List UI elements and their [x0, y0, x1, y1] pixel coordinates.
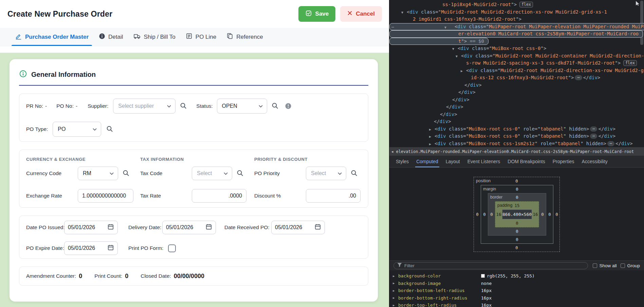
border-right-value[interactable]: 0 [539, 201, 546, 227]
currency-code-label: Currency Code [26, 170, 78, 176]
status-select[interactable]: OPEN [217, 99, 267, 114]
tab-accessibility[interactable]: Accessibility [578, 156, 611, 167]
tab-layout[interactable]: Layout [442, 156, 464, 167]
property-name: background-image [398, 281, 481, 286]
tax-code-search-button[interactable] [236, 169, 244, 178]
tree-node[interactable]: </div> [389, 89, 644, 96]
tree-node[interactable]: ⋯▼<div class="MuiPaper-root MuiPaper-ele… [389, 23, 644, 31]
po-type-select[interactable]: PO [53, 122, 101, 137]
po-type-search-button[interactable] [106, 125, 113, 134]
tree-node[interactable]: ss-1pi8xg4-MuiGrid2-root">flex [389, 1, 644, 8]
tree-node[interactable]: </div> [389, 118, 644, 125]
devtools-breadcrumb[interactable]: ◀ elevation.MuiPaper-rounded.MuiPaper-el… [389, 147, 644, 156]
position-right-value[interactable]: 0 [553, 185, 560, 244]
tree-node[interactable]: s-row MuiGrid2-spacing-xs-3 css-dkd71f-M… [389, 59, 644, 67]
group-checkbox[interactable] [621, 263, 625, 268]
supplier-select[interactable]: Select supplier [113, 99, 176, 114]
po-expire-date-input[interactable]: 05/01/2026 [64, 241, 118, 255]
tree-node[interactable]: t"> == $0 [389, 38, 489, 45]
expand-arrow-icon[interactable]: ▶ [429, 140, 431, 147]
tree-node[interactable]: id-xs-12 css-16fnxy3-MuiGrid2-root">⋯</d… [389, 74, 644, 82]
po-priority-select[interactable]: Select [306, 167, 346, 180]
content-size-value[interactable]: 866.400×560 [502, 209, 532, 219]
tax-code-select[interactable]: Select [192, 167, 232, 180]
tree-node[interactable]: 2 imgGird1 css-16fnxy3-MuiGrid2-root"> [389, 16, 644, 23]
expand-arrow-icon[interactable]: ▶ [393, 282, 398, 285]
position-bottom-value[interactable]: 0 [474, 244, 559, 252]
tree-node[interactable]: ▼<div class="MuiGrid2-root MuiGrid2-dire… [389, 8, 644, 16]
print-po-form-checkbox[interactable] [168, 244, 176, 252]
position-left-value[interactable]: 0 [474, 185, 481, 244]
tab-reference[interactable]: Reference [222, 28, 268, 46]
status-search-button[interactable] [271, 102, 279, 110]
computed-property-row[interactable]: ▶ background-image none [389, 280, 644, 287]
margin-right-value[interactable]: 0 [546, 193, 553, 236]
computed-property-row[interactable]: ▶ border-bottom-left-radius 16px [389, 287, 644, 294]
tree-node[interactable]: ▼<div class="MuiGrid2-root MuiGrid2-cont… [389, 52, 644, 60]
padding-bottom-value[interactable]: 0 [495, 219, 539, 227]
supplier-search-button[interactable] [180, 102, 187, 110]
collapse-arrow-icon[interactable]: ▼ [452, 45, 454, 53]
search-icon [122, 169, 130, 178]
expand-arrow-icon[interactable]: ▶ [393, 274, 398, 278]
expand-arrow-icon[interactable]: ▶ [429, 126, 431, 133]
tab-dom-breakpoints[interactable]: DOM Breakpoints [504, 156, 549, 167]
save-button[interactable]: Save [298, 6, 336, 22]
exchange-rate-input[interactable] [78, 189, 133, 203]
computed-property-row[interactable]: ▶ border-bottom-right-radius 16px [389, 294, 644, 302]
collapsed-content-ellipsis[interactable]: ⋯ [607, 141, 614, 146]
expand-arrow-icon[interactable]: ▶ [393, 296, 398, 300]
expand-arrow-icon[interactable]: ▶ [429, 133, 431, 140]
expand-arrow-icon[interactable]: ▶ [393, 304, 398, 307]
tab-event-listeners[interactable]: Event Listeners [464, 156, 504, 167]
collapsed-content-ellipsis[interactable]: ⋯ [590, 134, 597, 139]
expand-arrow-icon[interactable]: ▶ [393, 289, 398, 292]
date-po-issued-input[interactable]: 05/01/2026 [64, 221, 118, 234]
collapsed-content-ellipsis[interactable]: ⋯ [575, 75, 582, 80]
tree-node[interactable]: </div> [389, 82, 644, 89]
padding-left-value[interactable]: 16 [495, 209, 502, 219]
flex-badge[interactable]: flex [623, 60, 637, 66]
show-all-checkbox[interactable] [593, 263, 597, 268]
delivery-date-input[interactable]: 05/01/2026 [162, 221, 216, 234]
computed-property-row[interactable]: ▶ border-top-left-radius 16px [389, 302, 644, 307]
tax-rate-input[interactable] [192, 189, 246, 203]
currency-search-button[interactable] [122, 169, 130, 178]
tree-node[interactable]: </div> [389, 103, 644, 111]
currency-code-select[interactable]: RM [78, 167, 118, 180]
breadcrumb-scroll-left-icon[interactable]: ◀ [391, 150, 393, 153]
margin-bottom-value[interactable]: 0 [481, 236, 553, 243]
filter-input[interactable]: Filter [393, 262, 588, 269]
collapse-arrow-icon[interactable]: ▼ [401, 9, 403, 16]
po-priority-search-button[interactable] [350, 169, 358, 178]
tab-ship-bill-to[interactable]: Ship / Bill To [129, 28, 180, 46]
cancel-button[interactable]: Cancel [340, 6, 382, 22]
tab-purchase-order-master[interactable]: Purchase Order Master [10, 28, 93, 46]
tree-node[interactable]: ▶<div class="MuiGrid2-root MuiGrid2-dire… [389, 67, 644, 74]
padding-right-value[interactable]: 16 [532, 209, 539, 219]
collapse-arrow-icon[interactable]: ▼ [444, 24, 446, 31]
tree-node[interactable]: </div> [389, 111, 644, 118]
collapse-arrow-icon[interactable]: ▼ [456, 53, 458, 60]
computed-property-row[interactable]: ▶ background-color rgb(255, 255, 255) [389, 272, 644, 280]
tree-node[interactable]: er-elevation0 MuiCard-root css-2s58ym-Mu… [389, 30, 643, 38]
tree-node[interactable]: ▶<div class="MuiBox-root css-0" role="ta… [389, 133, 644, 140]
discount-input[interactable] [306, 189, 361, 203]
collapsed-content-ellipsis[interactable]: ⋯ [590, 126, 597, 132]
tree-node[interactable]: </div> [389, 96, 644, 104]
tree-node[interactable]: ▶<div class="MuiBox-root css-0" role="ta… [389, 125, 644, 133]
border-left-value[interactable]: 0 [488, 201, 495, 227]
border-bottom-value[interactable]: 0 [488, 227, 546, 235]
node-menu-ellipsis-icon[interactable]: ⋯ [391, 23, 394, 31]
date-received-po-input[interactable]: 05/01/2026 [271, 221, 325, 234]
flex-badge[interactable]: flex [519, 2, 533, 7]
tab-detail[interactable]: Detail [94, 28, 128, 46]
tab-po-line[interactable]: PO Line [181, 28, 221, 46]
margin-left-value[interactable]: 0 [481, 193, 488, 236]
tree-node[interactable]: ▼<div class="MuiBox-root css-0"> [389, 45, 644, 52]
tab-styles[interactable]: Styles [392, 156, 412, 167]
expand-arrow-icon[interactable]: ▶ [461, 67, 463, 75]
tree-node[interactable]: ▶<div class="MuiBox-root css-1sm2s1z" ro… [389, 140, 644, 147]
tab-computed[interactable]: Computed [412, 156, 442, 167]
tab-properties[interactable]: Properties [549, 156, 578, 167]
